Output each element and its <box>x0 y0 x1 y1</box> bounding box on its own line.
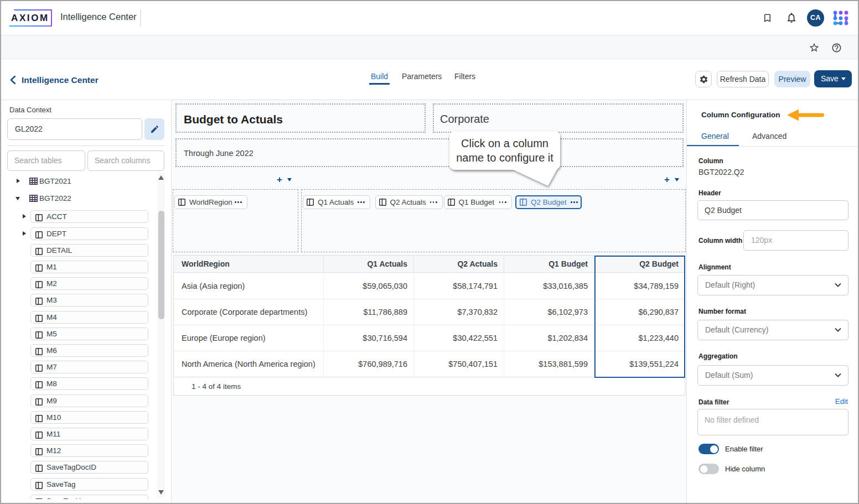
svg-text:Click on a column: Click on a column <box>461 137 548 149</box>
svg-text:name to configure it: name to configure it <box>456 152 553 164</box>
